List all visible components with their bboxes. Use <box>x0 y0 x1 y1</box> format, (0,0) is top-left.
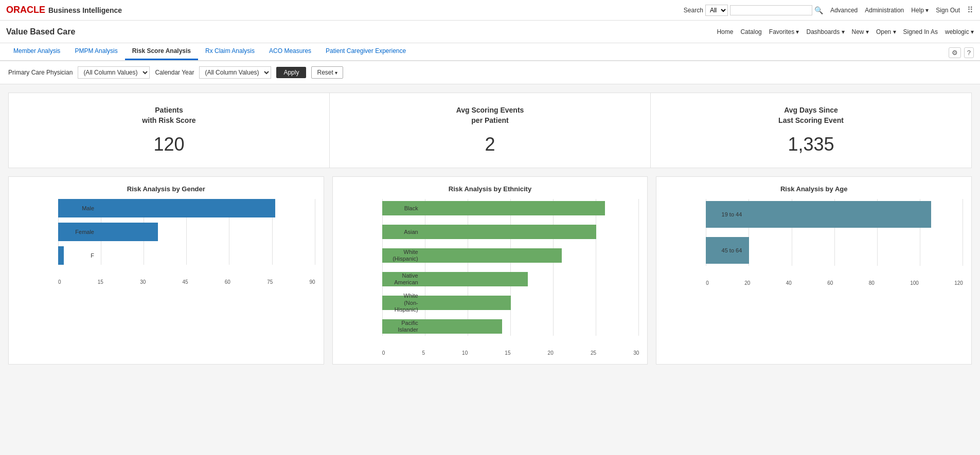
top-nav: ORACLE Business Intelligence Search All … <box>0 0 980 21</box>
search-button[interactable]: 🔍 <box>814 6 823 14</box>
bar-row-male: Male <box>58 199 315 217</box>
oracle-label: ORACLE <box>6 5 45 15</box>
tab-patient-caregiver-experience[interactable]: Patient Caregiver Experience <box>318 43 413 60</box>
filter-bar: Primary Care Physician (All Column Value… <box>0 61 980 84</box>
username-button[interactable]: weblogic ▾ <box>945 28 974 35</box>
bi-label: Business Intelligence <box>48 6 122 14</box>
search-area: Search All 🔍 <box>684 5 823 16</box>
tab-risk-score-analysis[interactable]: Risk Score Analysis <box>125 43 198 60</box>
gender-bars: Male Female F <box>58 199 315 265</box>
x-label: 25 <box>591 350 596 356</box>
ethnicity-bars: Black Asian White(Hispanic) NativeA <box>382 199 639 336</box>
kpi-patients-with-risk-score: Patientswith Risk Score 120 <box>9 93 330 168</box>
open-button[interactable]: Open ▾ <box>876 28 896 35</box>
x-label: 120 <box>954 280 963 286</box>
bar-row-pacific-islander: Pacific Islander <box>382 317 639 336</box>
charts-row: Risk Analysis by Gender Male <box>8 176 972 365</box>
second-nav: Value Based Care Home Catalog Favorites … <box>0 21 980 43</box>
bar-row-female: Female <box>58 223 315 241</box>
year-filter-label: Calendar Year <box>155 69 194 76</box>
apply-button[interactable]: Apply <box>276 67 306 78</box>
signedin-label: Signed In As <box>903 28 938 35</box>
top-nav-right: Search All 🔍 Advanced Administration Hel… <box>684 5 974 16</box>
signout-link[interactable]: Sign Out <box>936 7 960 14</box>
administration-link[interactable]: Administration <box>865 7 904 14</box>
kpi-avg-scoring-value: 2 <box>338 134 642 155</box>
bar-row-white-hispanic: White(Hispanic) <box>382 246 639 265</box>
x-label: 100 <box>910 280 919 286</box>
bar-label-native-american: NativeAmerican <box>382 272 421 286</box>
kpi-avg-scoring-events: Avg Scoring Eventsper Patient 2 <box>330 93 651 168</box>
reset-button[interactable]: Reset ▾ <box>311 66 343 79</box>
x-label: 15 <box>98 279 103 285</box>
bar-label-white-hispanic: White(Hispanic) <box>382 249 421 262</box>
settings-icon-btn[interactable]: ⚙ <box>949 47 961 58</box>
tab-pmpm-analysis[interactable]: PMPM Analysis <box>67 43 124 60</box>
kpi-avg-days-value: 1,335 <box>659 134 963 155</box>
age-chart: 19 to 44 45 to 64 0 20 40 60 80 <box>665 199 963 286</box>
physician-filter-label: Primary Care Physician <box>8 69 73 76</box>
bar-label-pacific-islander: Pacific Islander <box>382 320 421 333</box>
x-label: 5 <box>422 350 425 356</box>
age-bars: 19 to 44 45 to 64 <box>706 199 963 266</box>
x-label: 75 <box>267 279 273 285</box>
second-nav-right: Home Catalog Favorites ▾ Dashboards ▾ Ne… <box>717 28 974 35</box>
gender-chart: Male Female F 0 <box>17 199 315 285</box>
dashboards-button[interactable]: Dashboards ▾ <box>806 28 844 35</box>
physician-filter-select[interactable]: (All Column Values) <box>78 66 150 79</box>
kpi-row: Patientswith Risk Score 120 Avg Scoring … <box>8 93 972 168</box>
age-chart-title: Risk Analysis by Age <box>665 185 963 193</box>
bar-label-19to44: 19 to 44 <box>706 211 745 218</box>
x-label: 0 <box>382 350 385 356</box>
x-label: 90 <box>310 279 315 285</box>
search-scope-select[interactable]: All <box>705 5 728 16</box>
reset-chevron-icon: ▾ <box>335 70 337 76</box>
kpi-patients-title: Patientswith Risk Score <box>17 105 321 125</box>
bar-label-asian: Asian <box>382 229 421 235</box>
kpi-avg-days-title: Avg Days SinceLast Scoring Event <box>659 105 963 125</box>
x-label: 45 <box>182 279 188 285</box>
advanced-link[interactable]: Advanced <box>830 7 858 14</box>
home-button[interactable]: Home <box>717 28 733 35</box>
ethnicity-chart-inner: Black Asian White(Hispanic) NativeA <box>341 199 639 348</box>
search-label: Search <box>684 7 703 14</box>
age-x-axis: 0 20 40 60 80 100 120 <box>665 280 963 286</box>
bar-label-45to64: 45 to 64 <box>706 247 745 254</box>
kpi-patients-value: 120 <box>17 134 321 155</box>
ethnicity-chart-card: Risk Analysis by Ethnicity Black <box>332 176 648 365</box>
x-label: 30 <box>140 279 146 285</box>
x-label: 20 <box>744 280 750 286</box>
x-label: 0 <box>706 280 709 286</box>
tab-rx-claim-analysis[interactable]: Rx Claim Analysis <box>198 43 262 60</box>
bar-label-male: Male <box>58 205 97 212</box>
age-chart-inner: 19 to 44 45 to 64 <box>665 199 963 278</box>
x-label: 20 <box>548 350 554 356</box>
kpi-avg-days: Avg Days SinceLast Scoring Event 1,335 <box>651 93 971 168</box>
bar-row-19to44: 19 to 44 <box>706 199 963 230</box>
new-button[interactable]: New ▾ <box>852 28 869 35</box>
reset-label: Reset <box>317 69 333 76</box>
dots-icon: ⠿ <box>967 5 974 15</box>
gender-chart-inner: Male Female F <box>17 199 315 277</box>
bar-row-asian: Asian <box>382 223 639 241</box>
tab-aco-measures[interactable]: ACO Measures <box>262 43 318 60</box>
bar-label-f: F <box>58 252 97 259</box>
help-icon-btn[interactable]: ? <box>964 47 974 58</box>
kpi-avg-scoring-title: Avg Scoring Eventsper Patient <box>338 105 642 125</box>
tabs-bar: Member Analysis PMPM Analysis Risk Score… <box>0 43 980 61</box>
x-label: 80 <box>869 280 875 286</box>
bar-label-black: Black <box>382 205 421 212</box>
search-input[interactable] <box>730 5 812 15</box>
x-label: 60 <box>827 280 833 286</box>
app-title: Value Based Care <box>6 27 75 37</box>
age-chart-card: Risk Analysis by Age 19 to 44 <box>656 176 972 365</box>
main-content: Patientswith Risk Score 120 Avg Scoring … <box>0 84 980 373</box>
gender-chart-card: Risk Analysis by Gender Male <box>8 176 324 365</box>
catalog-button[interactable]: Catalog <box>740 28 761 35</box>
help-link[interactable]: Help ▾ <box>911 7 929 14</box>
tab-member-analysis[interactable]: Member Analysis <box>6 43 67 60</box>
year-filter-select[interactable]: (All Column Values) <box>199 66 271 79</box>
ethnicity-chart-title: Risk Analysis by Ethnicity <box>341 185 639 193</box>
x-label: 60 <box>225 279 230 285</box>
favorites-button[interactable]: Favorites ▾ <box>769 28 799 35</box>
